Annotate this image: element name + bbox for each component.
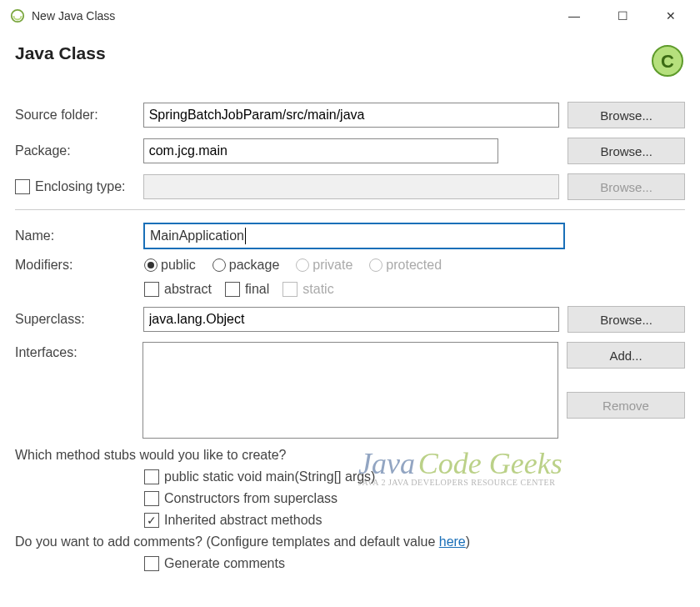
package-label: Package:: [15, 143, 135, 158]
package-row: Package: Browse...: [15, 138, 685, 164]
public-radio-label: public: [161, 258, 196, 273]
final-label: final: [245, 282, 269, 297]
separator: [15, 209, 685, 210]
source-folder-label: Source folder:: [15, 108, 135, 123]
dialog-header: Java Class C: [0, 32, 700, 102]
private-radio: [296, 258, 309, 272]
enclosing-type-row: Enclosing type: Browse...: [15, 173, 685, 200]
name-row: Name: MainApplication: [15, 223, 685, 248]
private-radio-label: private: [312, 258, 352, 273]
window-controls: — ☐ ✕: [562, 3, 690, 28]
svg-text:C: C: [661, 51, 674, 72]
inherited-methods-checkbox[interactable]: [144, 513, 159, 528]
superclass-row: Superclass: Browse...: [15, 306, 685, 333]
source-folder-input[interactable]: [143, 103, 560, 128]
name-label: Name:: [15, 228, 136, 243]
eclipse-icon: [10, 8, 25, 23]
text-cursor-icon: [245, 228, 246, 244]
generate-comments-checkbox[interactable]: [144, 556, 159, 571]
comments-question-prefix: Do you want to add comments? (Configure …: [15, 534, 439, 549]
interfaces-remove-button: Remove: [567, 392, 685, 419]
abstract-label: abstract: [164, 282, 212, 297]
static-checkbox: [282, 282, 298, 297]
close-button[interactable]: ✕: [658, 3, 683, 28]
package-radio[interactable]: [212, 258, 226, 272]
configure-templates-link[interactable]: here: [439, 534, 466, 549]
modifiers-row: Modifiers: public package private protec…: [15, 258, 685, 273]
source-folder-browse-button[interactable]: Browse...: [568, 102, 685, 128]
name-input-value: MainApplication: [150, 228, 244, 243]
minimize-button[interactable]: —: [562, 3, 587, 28]
constructors-checkbox[interactable]: [144, 491, 159, 506]
interfaces-row: Interfaces: Add... Remove: [15, 342, 685, 439]
public-radio[interactable]: [144, 258, 158, 272]
interfaces-label: Interfaces:: [15, 342, 134, 360]
static-label: static: [302, 282, 333, 297]
abstract-checkbox[interactable]: [144, 282, 159, 297]
class-icon: C: [650, 43, 685, 78]
page-title: Java Class: [15, 43, 106, 63]
enclosing-type-input: [143, 174, 560, 199]
constructors-label: Constructors from superclass: [164, 491, 338, 506]
modifier-flags-row: abstract final static: [15, 282, 685, 297]
source-folder-row: Source folder: Browse...: [15, 102, 685, 128]
name-input[interactable]: MainApplication: [144, 223, 564, 248]
maximize-button[interactable]: ☐: [610, 3, 635, 28]
interfaces-list[interactable]: [142, 342, 558, 439]
enclosing-type-label: Enclosing type:: [35, 179, 126, 194]
package-radio-label: package: [229, 258, 280, 273]
superclass-browse-button[interactable]: Browse...: [568, 306, 685, 333]
superclass-label: Superclass:: [15, 312, 135, 327]
main-method-label: public static void main(String[] args): [164, 469, 375, 484]
superclass-input[interactable]: [143, 307, 560, 332]
comments-question: Do you want to add comments? (Configure …: [15, 534, 685, 549]
protected-radio-label: protected: [386, 258, 442, 273]
main-method-checkbox[interactable]: [144, 469, 159, 484]
comments-question-suffix: ): [466, 534, 470, 549]
enclosing-type-browse-button: Browse...: [568, 173, 685, 200]
protected-radio: [369, 258, 382, 272]
package-input[interactable]: [143, 138, 498, 163]
generate-comments-label: Generate comments: [164, 556, 285, 571]
titlebar: New Java Class — ☐ ✕: [0, 0, 700, 32]
window-title: New Java Class: [32, 9, 562, 23]
interfaces-add-button[interactable]: Add...: [567, 342, 685, 369]
final-checkbox[interactable]: [225, 282, 240, 297]
modifiers-label: Modifiers:: [15, 258, 136, 273]
inherited-methods-label: Inherited abstract methods: [164, 513, 322, 528]
enclosing-type-checkbox[interactable]: [15, 179, 30, 194]
package-browse-button[interactable]: Browse...: [568, 138, 685, 164]
method-stubs-question: Which method stubs would you like to cre…: [15, 448, 685, 463]
